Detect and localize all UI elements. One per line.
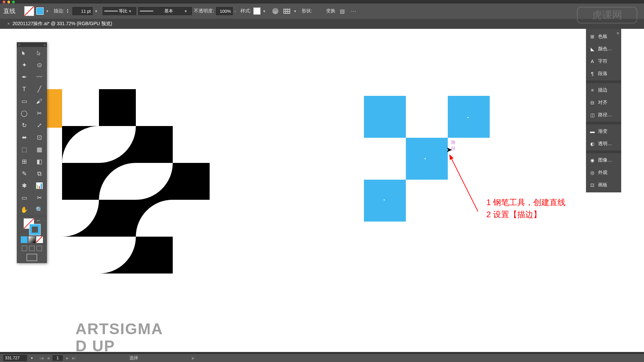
- align-button[interactable]: [282, 6, 291, 16]
- appearance-panel-button[interactable]: ◎外观: [586, 166, 621, 179]
- next-artboard-icon[interactable]: ▶: [66, 356, 69, 360]
- artboards-panel-button[interactable]: ⊡画板: [586, 179, 621, 191]
- stroke-swatch[interactable]: [36, 7, 44, 15]
- draw-behind-icon[interactable]: [29, 246, 35, 251]
- graphic-style-swatch[interactable]: [253, 7, 261, 15]
- annotation-arrow-icon: [448, 155, 481, 215]
- lasso-tool[interactable]: ⊙: [32, 59, 47, 71]
- close-tab-icon[interactable]: ×: [7, 21, 10, 26]
- type-tool[interactable]: T: [17, 83, 32, 95]
- opacity-input[interactable]: [216, 7, 233, 15]
- cursor-icon: ➤: [446, 145, 452, 154]
- shape-label[interactable]: 形状:: [302, 8, 312, 14]
- draw-normal-icon[interactable]: [22, 246, 27, 251]
- scale-tool[interactable]: ⤢: [32, 119, 47, 131]
- paintbrush-tool[interactable]: 🖌: [32, 95, 47, 107]
- rectangle-tool[interactable]: ▭: [17, 95, 32, 107]
- stroke-weight-spinner[interactable]: ▲▼: [66, 8, 69, 14]
- paragraph-panel-button[interactable]: ¶段落: [586, 67, 621, 80]
- chevron-down-icon[interactable]: ▼: [46, 9, 49, 13]
- free-transform-tool[interactable]: ⊡: [32, 131, 47, 143]
- chevron-down-icon[interactable]: ▼: [263, 9, 266, 13]
- zoom-tool[interactable]: 🔍: [32, 204, 47, 216]
- nav-arrow-icon[interactable]: ▶: [192, 356, 195, 360]
- slice-tool[interactable]: ✂: [32, 192, 47, 204]
- transparency-icon: ◐: [589, 141, 595, 147]
- swap-fill-stroke-icon[interactable]: ⤺: [37, 218, 40, 223]
- prefs-button[interactable]: ⋯: [349, 6, 358, 16]
- eraser-tool[interactable]: ✂: [32, 107, 47, 119]
- rotate-tool[interactable]: ↻: [17, 119, 32, 131]
- artboard-tool[interactable]: ▭: [17, 192, 32, 204]
- maximize-window-icon[interactable]: [12, 1, 15, 3]
- document-tab[interactable]: × 20201127操作.ai* @ 331.72% (RGB/GPU 预览): [3, 19, 116, 28]
- character-panel-button[interactable]: A字符: [586, 55, 621, 67]
- chevron-down-icon[interactable]: ▼: [30, 356, 34, 360]
- zoom-level-input[interactable]: [3, 355, 27, 361]
- chevron-right-icon[interactable]: ›: [235, 9, 236, 13]
- perspective-tool[interactable]: ▦: [32, 143, 47, 156]
- minimize-window-icon[interactable]: [7, 1, 10, 3]
- annotation-text: 1 钢笔工具，创建直线 2 设置【描边】: [486, 196, 566, 221]
- color-mode-icon[interactable]: [21, 236, 28, 243]
- gradient-mode-icon[interactable]: [29, 236, 35, 243]
- transform-label[interactable]: 变换: [326, 8, 335, 14]
- anchor-point[interactable]: [467, 117, 469, 118]
- brush-dropdown[interactable]: 基本▼: [138, 7, 192, 15]
- isolate-button[interactable]: ▧: [337, 6, 347, 16]
- window-controls[interactable]: [3, 1, 15, 3]
- status-bar: ▼ |◀ ◀ ▶ ▶| 选择 ▶: [0, 354, 644, 362]
- blend-tool[interactable]: ⧉: [32, 168, 47, 180]
- mesh-tool[interactable]: ⊞: [17, 156, 32, 168]
- direct-selection-tool[interactable]: [32, 47, 47, 59]
- black-square: [136, 237, 173, 274]
- artboard-number-input[interactable]: [53, 355, 63, 361]
- none-mode-icon[interactable]: [36, 236, 43, 243]
- stroke-weight-input[interactable]: [72, 7, 93, 15]
- hand-tool[interactable]: ✋: [17, 204, 32, 216]
- canvas[interactable]: ARTSIGMA D UP 路径 ➤ 1 钢笔工具，创建直线 2 设置【描边】: [0, 29, 644, 352]
- stroke-color-icon[interactable]: [30, 224, 40, 235]
- stroke-panel-button[interactable]: ≡描边: [586, 84, 621, 96]
- svg-line-0: [451, 158, 478, 212]
- chevron-down-icon[interactable]: ▼: [293, 9, 297, 13]
- anchor-point[interactable]: [383, 199, 385, 201]
- line-tool[interactable]: ╱: [32, 83, 47, 95]
- color-panel-button[interactable]: ◣颜色…: [586, 43, 621, 55]
- pathfinder-panel-button[interactable]: ◫路径…: [586, 109, 621, 121]
- image-trace-panel-button[interactable]: ◉图像…: [586, 154, 621, 166]
- graph-tool[interactable]: 📊: [32, 180, 47, 192]
- tools-panel-header[interactable]: ×«: [17, 42, 47, 47]
- magic-wand-tool[interactable]: ✦: [17, 59, 32, 71]
- collapse-dock-icon[interactable]: »: [616, 30, 619, 36]
- transparency-panel-button[interactable]: ◐透明…: [586, 137, 621, 150]
- draw-inside-icon[interactable]: [37, 246, 42, 251]
- shape-builder-tool[interactable]: ⬚: [17, 143, 32, 156]
- align-panel-button[interactable]: ⊟对齐: [586, 96, 621, 109]
- anchor-point[interactable]: [424, 158, 426, 160]
- fill-stroke-indicator[interactable]: ⤺: [23, 218, 40, 235]
- symbol-sprayer-tool[interactable]: ✱: [17, 180, 32, 192]
- recolor-artwork-button[interactable]: [271, 6, 280, 16]
- black-square: [62, 163, 99, 200]
- pen-tool[interactable]: ✒: [17, 71, 32, 83]
- curvature-tool[interactable]: 〰: [32, 71, 47, 83]
- first-artboard-icon[interactable]: |◀: [40, 356, 43, 360]
- gradient-panel-button[interactable]: ▬渐变: [586, 125, 621, 137]
- eyedropper-tool[interactable]: ✎: [17, 168, 32, 180]
- width-tool[interactable]: ⬌: [17, 131, 32, 143]
- shaper-tool[interactable]: ◯: [17, 107, 32, 119]
- swatches-panel-button[interactable]: ⊞色板: [586, 30, 621, 43]
- last-artboard-icon[interactable]: ▶|: [72, 356, 76, 360]
- fill-swatch[interactable]: [24, 6, 34, 16]
- profile-dropdown[interactable]: 等比▼: [103, 7, 136, 15]
- screen-mode-icon[interactable]: [26, 254, 37, 261]
- gradient-tool[interactable]: ◧: [32, 156, 47, 168]
- prev-artboard-icon[interactable]: ◀: [47, 356, 49, 360]
- brand-text: ARTSIGMA D UP: [75, 320, 163, 354]
- chevron-down-icon[interactable]: ▼: [95, 9, 98, 13]
- close-window-icon[interactable]: [3, 1, 5, 3]
- selection-tool[interactable]: [17, 47, 32, 59]
- tools-panel: ×« ✦ ⊙ ✒ 〰 T ╱ ▭ 🖌 ◯ ✂ ↻ ⤢ ⬌ ⊡ ⬚ ▦ ⊞ ◧ ✎…: [17, 42, 47, 263]
- stroke-icon: ≡: [589, 87, 595, 93]
